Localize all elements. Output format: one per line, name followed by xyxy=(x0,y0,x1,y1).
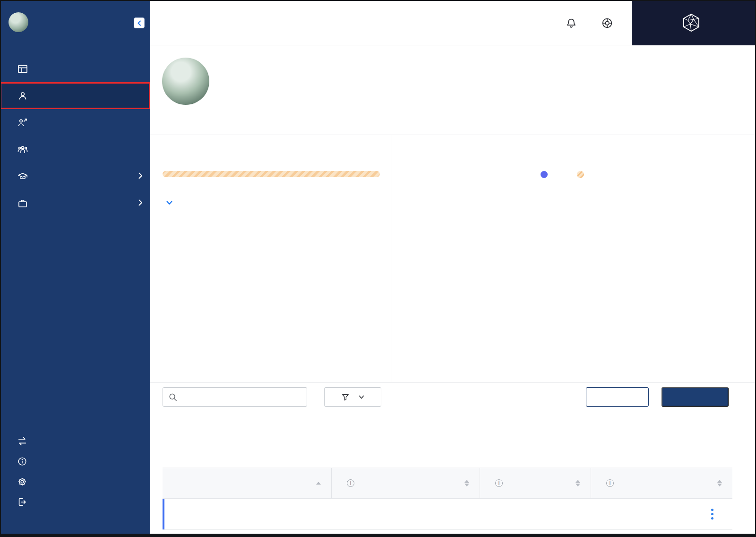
info-icon xyxy=(17,456,27,467)
sidebar-collapse-button[interactable] xyxy=(134,17,145,28)
skill-search-box xyxy=(163,387,307,407)
sidebar-item-skills-development[interactable] xyxy=(0,163,150,190)
legend-gaps xyxy=(577,171,593,178)
main-content: i i i xyxy=(150,45,756,537)
logout[interactable] xyxy=(0,492,150,512)
career-path-icon xyxy=(17,117,28,128)
search-input[interactable] xyxy=(182,393,301,401)
profile-settings[interactable] xyxy=(0,471,150,492)
skyhive-app: i i i xyxy=(0,0,756,537)
summary-panels xyxy=(150,135,756,383)
profile-role-line xyxy=(217,80,221,89)
chart-legend xyxy=(392,171,742,178)
profile-icon xyxy=(17,90,28,102)
profile-tabs xyxy=(166,116,184,135)
help-lifebuoy-icon[interactable] xyxy=(601,17,613,29)
skills-table: i i i xyxy=(163,468,732,530)
sidebar-item-profile[interactable] xyxy=(0,82,150,109)
sort-both-icon[interactable] xyxy=(464,480,469,486)
sort-both-icon[interactable] xyxy=(576,480,580,486)
legend-matching-dot xyxy=(541,171,548,178)
sidebar-item-skills-community[interactable] xyxy=(0,136,150,163)
search-icon xyxy=(169,393,177,401)
gear-icon xyxy=(17,477,27,487)
skill-type-cell xyxy=(331,499,480,529)
chevron-down-icon[interactable] xyxy=(166,201,172,205)
sidebar xyxy=(0,0,150,537)
match-progress-bar xyxy=(163,171,380,177)
separator xyxy=(217,80,221,89)
filter-funnel-icon xyxy=(342,393,349,401)
sidebar-item-career-path-explorer[interactable] xyxy=(0,109,150,136)
required-level-cell xyxy=(591,499,732,529)
user-avatar xyxy=(9,12,28,32)
dashboard-icon xyxy=(17,63,28,75)
brand-block xyxy=(632,0,756,45)
profile-avatar xyxy=(162,58,209,105)
sidebar-footer xyxy=(0,431,150,512)
sort-both-icon[interactable] xyxy=(717,480,722,486)
privacy-policy[interactable] xyxy=(0,451,150,471)
filter-button[interactable] xyxy=(324,387,381,407)
sidebar-item-job-opportunities[interactable] xyxy=(0,190,150,217)
top-bar xyxy=(150,0,632,45)
rating-cell xyxy=(480,499,591,529)
row-actions-kebab-icon[interactable] xyxy=(711,509,713,520)
sidebar-user-card[interactable] xyxy=(9,12,35,32)
switch-view-icon xyxy=(17,436,27,446)
find-training-button[interactable] xyxy=(586,387,649,407)
skills-match-panel xyxy=(150,135,392,382)
info-icon[interactable]: i xyxy=(347,479,354,487)
skills-rose-chart xyxy=(506,195,628,318)
sort-asc-icon[interactable] xyxy=(316,482,321,485)
chevron-right-icon xyxy=(138,172,143,181)
sidebar-nav xyxy=(0,55,150,217)
chevron-right-icon xyxy=(138,199,143,208)
legend-gaps-dot xyxy=(577,171,584,178)
table-row[interactable] xyxy=(163,499,732,530)
notifications-bell-icon[interactable] xyxy=(565,17,577,29)
community-icon xyxy=(17,144,28,155)
legend-matching-skills xyxy=(541,171,557,178)
table-header-row: i i i xyxy=(163,468,732,499)
column-header-skill[interactable] xyxy=(163,468,331,498)
add-edit-skills-button[interactable] xyxy=(662,387,729,407)
chevron-down-icon xyxy=(359,395,364,399)
column-header-skill-type[interactable]: i xyxy=(331,468,480,498)
sidebar-item-dashboard[interactable] xyxy=(0,55,150,82)
info-icon[interactable]: i xyxy=(495,479,503,487)
briefcase-icon xyxy=(17,198,28,209)
column-header-rating[interactable]: i xyxy=(480,468,591,498)
info-icon[interactable]: i xyxy=(606,479,614,487)
switch-to-manager-view[interactable] xyxy=(0,431,150,451)
chevron-left-icon xyxy=(137,20,142,26)
column-header-required-level[interactable]: i xyxy=(591,468,732,498)
skyhive-logo-icon xyxy=(683,14,699,32)
logout-icon xyxy=(17,497,27,507)
education-icon xyxy=(17,171,28,182)
skills-gap-chart-panel xyxy=(392,135,756,382)
